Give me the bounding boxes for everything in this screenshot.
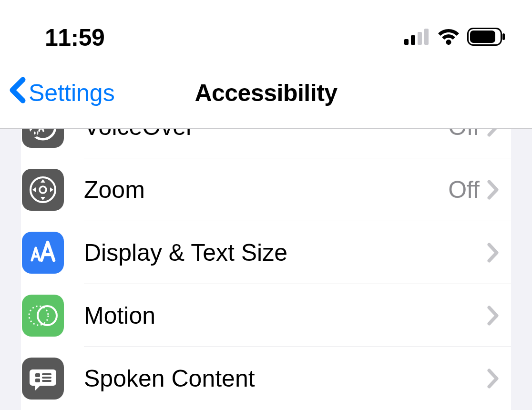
chevron-right-icon — [487, 180, 500, 200]
row-label: Zoom — [84, 176, 448, 204]
cellular-signal-icon — [404, 29, 430, 47]
svg-marker-12 — [41, 197, 45, 200]
motion-icon — [22, 295, 64, 337]
svg-rect-6 — [502, 33, 505, 40]
spoken-content-icon — [22, 358, 64, 400]
row-zoom[interactable]: Zoom Off — [21, 158, 511, 221]
text-size-icon — [22, 232, 64, 274]
row-motion[interactable]: Motion — [21, 284, 511, 347]
status-bar: 11:59 — [0, 0, 532, 57]
settings-list: VoiceOver Off Zoom Off — [21, 129, 511, 410]
row-display-text-size[interactable]: Display & Text Size — [21, 221, 511, 284]
svg-rect-1 — [411, 35, 415, 45]
svg-rect-20 — [42, 377, 51, 379]
row-spoken-content[interactable]: Spoken Content — [21, 347, 511, 410]
svg-rect-17 — [35, 373, 40, 377]
back-button[interactable]: Settings — [9, 77, 115, 109]
svg-rect-19 — [42, 373, 51, 375]
battery-icon — [467, 28, 505, 48]
chevron-right-icon — [487, 243, 500, 263]
row-label: Motion — [84, 302, 487, 329]
chevron-right-icon — [487, 306, 500, 326]
row-label: Spoken Content — [84, 365, 487, 392]
row-label: Display & Text Size — [84, 239, 487, 266]
back-label: Settings — [29, 79, 115, 107]
svg-marker-14 — [50, 187, 53, 192]
chevron-right-icon — [487, 369, 500, 389]
row-voiceover[interactable]: VoiceOver Off — [21, 129, 511, 158]
svg-point-15 — [38, 306, 57, 325]
row-label: VoiceOver — [84, 129, 448, 141]
svg-point-10 — [40, 186, 46, 193]
wifi-icon — [437, 28, 460, 47]
svg-rect-18 — [35, 379, 40, 382]
svg-rect-0 — [404, 39, 409, 45]
row-value: Off — [448, 129, 480, 141]
svg-rect-2 — [418, 32, 422, 45]
chevron-right-icon — [487, 129, 500, 137]
svg-marker-13 — [32, 187, 36, 192]
chevron-left-icon — [9, 77, 26, 109]
status-icons — [404, 28, 505, 48]
svg-rect-5 — [470, 31, 495, 43]
voiceover-icon — [22, 129, 64, 148]
nav-bar: Settings Accessibility — [0, 57, 532, 129]
content-area: VoiceOver Off Zoom Off — [0, 129, 532, 410]
svg-marker-11 — [41, 179, 45, 183]
status-time: 11:59 — [45, 24, 104, 51]
row-value: Off — [448, 176, 480, 204]
svg-rect-3 — [424, 29, 429, 45]
svg-rect-21 — [42, 380, 51, 382]
zoom-icon — [22, 169, 64, 211]
